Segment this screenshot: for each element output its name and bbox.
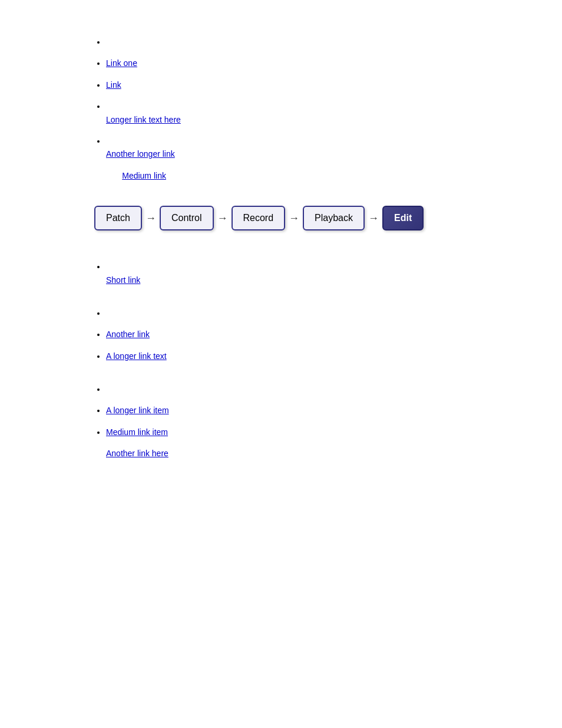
list-item: Longer link text here [106,100,468,126]
bottom-section: Short link Another link A longer link te… [94,260,468,460]
workflow-diagram: Patch → Control → Record → Playback → Ed… [94,206,468,230]
workflow-step-control[interactable]: Control [160,206,214,230]
workflow-step-record[interactable]: Record [232,206,286,230]
list-item-text [106,384,108,394]
workflow-step-patch[interactable]: Patch [94,206,142,230]
list-item-text [106,171,120,180]
list-item [106,307,468,319]
bottom-link-4[interactable]: A longer link item [106,406,169,415]
top-link-2[interactable]: Link [106,80,121,90]
top-list: Link one Link Longer link text here Anot… [106,35,468,182]
list-item: Short link [106,260,468,286]
list-item-text [106,262,108,271]
workflow-step-label: Control [171,213,202,223]
list-item [106,35,468,48]
workflow-step-playback[interactable]: Playback [303,206,365,230]
workflow-step-label: Patch [106,213,130,223]
workflow-arrow-2: → [217,212,228,225]
list-item: Another link here [106,447,468,460]
list-item: Link one [106,57,468,70]
list-item: Link [106,78,468,91]
top-link-3[interactable]: Longer link text here [106,115,181,124]
bottom-link-5[interactable]: Medium link item [106,427,168,437]
list-item: Medium link item [106,426,468,439]
workflow-arrow-4: → [368,212,379,225]
list-item-text [106,37,108,47]
bottom-link-1[interactable]: Short link [106,275,140,285]
list-item: Medium link [106,169,468,182]
bottom-link-3[interactable]: A longer link text [106,351,167,361]
list-item [106,383,468,396]
list-item: Another link [106,328,468,341]
bottom-list-1: Short link [106,260,468,286]
page-content: Link one Link Longer link text here Anot… [0,0,562,504]
list-item: Another longer link [106,134,468,161]
list-item-text [106,136,108,146]
workflow-arrow-3: → [289,212,299,225]
list-item: A longer link text [106,350,468,363]
list-item-text [106,101,108,111]
bottom-link-6[interactable]: Another link here [106,449,168,458]
bottom-link-2[interactable]: Another link [106,330,150,339]
workflow-arrow-1: → [146,212,156,225]
top-link-4[interactable]: Another longer link [106,149,175,159]
workflow-step-label: Record [243,213,274,223]
top-link-1[interactable]: Link one [106,58,137,68]
top-section: Link one Link Longer link text here Anot… [94,35,468,182]
list-item-text [106,308,108,318]
bottom-list-2: Another link A longer link text [106,307,468,363]
top-link-5[interactable]: Medium link [122,171,166,180]
bottom-list-3: A longer link item Medium link item Anot… [106,383,468,460]
workflow-step-label: Edit [394,213,412,223]
workflow-step-edit[interactable]: Edit [382,206,424,230]
workflow-step-label: Playback [315,213,353,223]
list-item: A longer link item [106,404,468,417]
